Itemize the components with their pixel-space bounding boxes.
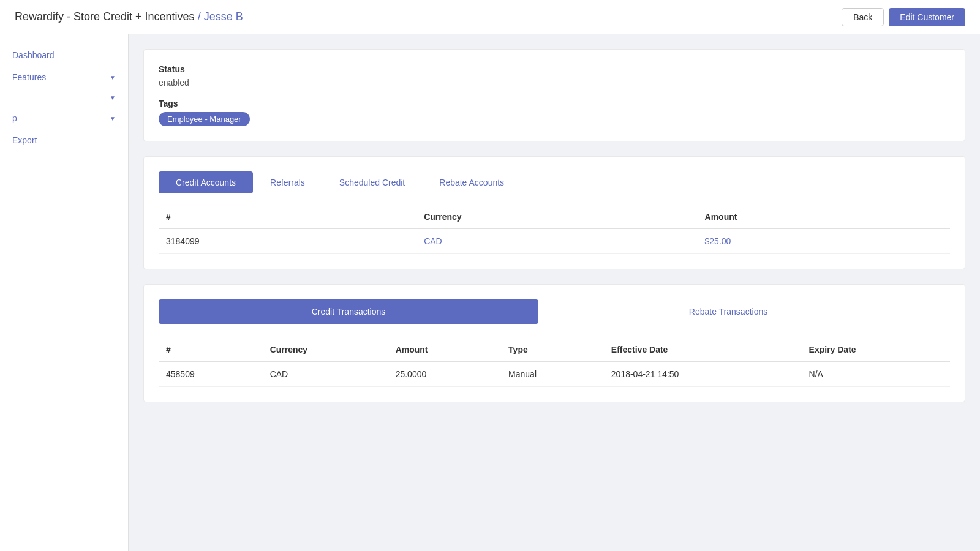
sidebar-item-p[interactable]: p ▼	[0, 107, 128, 129]
credit-accounts-tab-bar: Credit Accounts Referrals Scheduled Cred…	[159, 171, 950, 193]
credit-transactions-tab-bar: Credit Transactions Rebate Transactions	[159, 299, 950, 324]
table-row: 3184099 CAD $25.00	[159, 228, 950, 254]
col-header-id: #	[159, 206, 417, 228]
row-id: 458509	[159, 361, 263, 387]
main-layout: Dashboard Features ▼ ▼ p ▼ Export Status…	[0, 34, 980, 551]
sidebar-item-dashboard[interactable]: Dashboard	[0, 44, 128, 66]
tags-label: Tags	[159, 99, 950, 108]
header-buttons: Back Edit Customer	[842, 8, 965, 26]
app-name: Rewardify - Store Credit + Incentives	[15, 10, 195, 23]
tags-container: Employee - Manager	[159, 112, 950, 126]
tab-rebate-accounts[interactable]: Rebate Accounts	[422, 171, 521, 193]
tab-credit-transactions[interactable]: Credit Transactions	[159, 299, 538, 324]
status-label: Status	[159, 64, 950, 74]
col-header-currency: Currency	[417, 206, 697, 228]
row-amount[interactable]: $25.00	[698, 228, 950, 254]
credit-transactions-table: # Currency Amount Type Effective Date Ex…	[159, 339, 950, 387]
tab-scheduled-credit[interactable]: Scheduled Credit	[322, 171, 422, 193]
row-id: 3184099	[159, 228, 417, 254]
chevron-down-icon: ▼	[110, 74, 116, 81]
credit-accounts-table: # Currency Amount 3184099 CAD $25.00	[159, 206, 950, 254]
sidebar-item-label: p	[12, 113, 17, 123]
col-header-amount: Amount	[388, 339, 501, 361]
row-currency: CAD	[263, 361, 388, 387]
sidebar-item-export[interactable]: Export	[0, 129, 128, 151]
credit-accounts-card: Credit Accounts Referrals Scheduled Cred…	[143, 156, 965, 269]
tag-badge: Employee - Manager	[159, 112, 250, 126]
edit-customer-button[interactable]: Edit Customer	[889, 8, 965, 26]
credit-transactions-card: Credit Transactions Rebate Transactions …	[143, 284, 965, 402]
back-button[interactable]: Back	[842, 8, 884, 26]
main-content: Status enabled Tags Employee - Manager C…	[129, 34, 980, 551]
top-header: Rewardify - Store Credit + Incentives / …	[0, 0, 980, 34]
status-value: enabled	[159, 78, 950, 88]
chevron-down-icon: ▼	[110, 115, 116, 122]
row-effective-date: 2018-04-21 14:50	[604, 361, 802, 387]
customer-name-separator: /	[195, 10, 204, 23]
col-header-amount: Amount	[698, 206, 950, 228]
col-header-type: Type	[501, 339, 604, 361]
row-expiry-date: N/A	[802, 361, 950, 387]
col-header-currency: Currency	[263, 339, 388, 361]
sidebar-item-label: Export	[12, 135, 37, 145]
page-title: Rewardify - Store Credit + Incentives / …	[15, 10, 243, 23]
tab-referrals[interactable]: Referrals	[253, 171, 322, 193]
sidebar: Dashboard Features ▼ ▼ p ▼ Export	[0, 34, 129, 551]
col-header-effective-date: Effective Date	[604, 339, 802, 361]
tab-credit-accounts[interactable]: Credit Accounts	[159, 171, 253, 193]
col-header-id: #	[159, 339, 263, 361]
table-row: 458509 CAD 25.0000 Manual 2018-04-21 14:…	[159, 361, 950, 387]
customer-name: Jesse B	[204, 10, 243, 23]
sidebar-item-label: Dashboard	[12, 50, 55, 60]
customer-info-card: Status enabled Tags Employee - Manager	[143, 49, 965, 141]
tab-rebate-transactions[interactable]: Rebate Transactions	[538, 299, 918, 324]
row-amount: 25.0000	[388, 361, 501, 387]
chevron-down-icon: ▼	[110, 94, 116, 101]
sidebar-item-item3[interactable]: ▼	[0, 88, 128, 107]
col-header-expiry-date: Expiry Date	[802, 339, 950, 361]
row-type: Manual	[501, 361, 604, 387]
sidebar-item-features[interactable]: Features ▼	[0, 66, 128, 88]
sidebar-item-label: Features	[12, 72, 46, 82]
row-currency[interactable]: CAD	[417, 228, 697, 254]
